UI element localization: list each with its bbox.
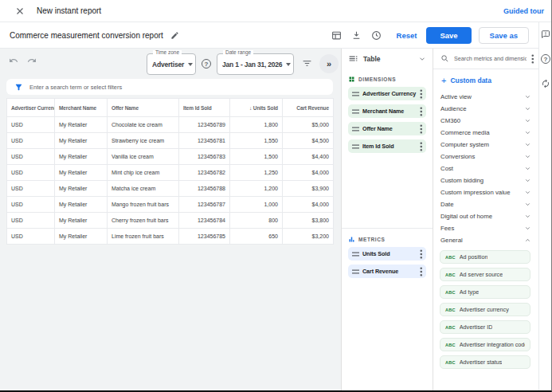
redo-icon[interactable] <box>26 56 37 65</box>
dimension-chip[interactable]: Offer Name <box>348 122 426 135</box>
category-row-general[interactable]: General <box>433 234 538 246</box>
save-button[interactable]: Save <box>426 27 471 44</box>
more-vertical-icon[interactable] <box>420 249 423 259</box>
category-row-conversions[interactable]: Conversions <box>433 151 538 163</box>
more-vertical-icon[interactable] <box>531 54 534 64</box>
category-row-fees[interactable]: Fees <box>433 222 538 234</box>
column-header[interactable]: ↓ Units Sold <box>230 99 283 117</box>
drag-handle-icon[interactable] <box>352 109 359 114</box>
table-row[interactable]: USDMy RetailerMatcha ice cream1234567881… <box>7 181 334 197</box>
date-range-select[interactable]: Date range Jan 1 - Jan 31, 2026 <box>217 53 294 75</box>
search-input[interactable] <box>454 55 527 62</box>
table-row[interactable]: USDMy RetailerMint chip ice cream1234567… <box>7 165 334 181</box>
chip-label: Units Sold <box>362 250 417 257</box>
download-icon[interactable] <box>348 26 366 44</box>
table-row[interactable]: USDMy RetailerLime frozen fruit bars1234… <box>7 229 334 245</box>
undo-icon[interactable] <box>8 56 19 65</box>
reset-button[interactable]: Reset <box>397 31 417 40</box>
chart-type-selector[interactable]: Table <box>342 49 433 69</box>
time-zone-select[interactable]: Time zone Advertiser <box>147 53 196 75</box>
category-row-audience[interactable]: Audience <box>433 103 538 115</box>
category-row-custom-impression-value[interactable]: Custom impression value <box>433 186 538 198</box>
field-chip[interactable]: ABCAd type <box>440 285 530 299</box>
data-type-abc-label: ABC <box>445 308 456 312</box>
field-chip[interactable]: ABCAdvertiser status <box>440 355 530 369</box>
column-header[interactable]: Cart Revenue <box>283 99 334 117</box>
more-vertical-icon[interactable] <box>420 124 423 134</box>
field-chip[interactable]: ABCAd server source <box>440 268 530 281</box>
dimension-chip[interactable]: Advertiser Currency <box>348 87 426 100</box>
table-cell: USD <box>7 213 55 229</box>
category-label: General <box>440 237 463 244</box>
drag-handle-icon[interactable] <box>352 269 359 274</box>
metric-chip[interactable]: Cart Revenue <box>348 265 426 278</box>
category-row-active-view[interactable]: Active view <box>433 91 538 103</box>
table-row[interactable]: USDMy RetailerChocolate ice cream1234567… <box>7 117 334 133</box>
column-header[interactable]: Offer Name <box>108 99 179 117</box>
more-vertical-icon[interactable] <box>420 107 423 116</box>
schedule-clock-icon[interactable] <box>368 26 386 44</box>
table-row[interactable]: USDMy RetailerVanilla ice cream123456783… <box>7 149 334 165</box>
save-as-button[interactable]: Save as <box>479 27 529 44</box>
table-cell: 123456785 <box>179 229 230 245</box>
field-label: Advertiser integration code <box>460 341 525 348</box>
filter-funnel-icon <box>14 83 23 92</box>
table-cell: My Retailer <box>55 213 108 229</box>
category-row-digital-out-of-home[interactable]: Digital out of home <box>433 210 538 222</box>
category-label: Conversions <box>440 153 475 160</box>
field-chip[interactable]: ABCAdvertiser currency <box>440 303 530 316</box>
category-row-commerce-media[interactable]: Commerce media <box>433 127 538 139</box>
more-vertical-icon[interactable] <box>420 267 423 276</box>
drag-handle-icon[interactable] <box>352 144 359 149</box>
page-title: New instant report <box>37 6 101 15</box>
metrics-icon <box>348 236 355 243</box>
category-row-custom-bidding[interactable]: Custom bidding <box>433 174 538 186</box>
chevron-down-icon <box>524 129 531 136</box>
more-vertical-icon[interactable] <box>420 142 423 151</box>
column-header[interactable]: Merchant Name <box>55 99 108 117</box>
dimension-chip[interactable]: Merchant Name <box>348 104 426 118</box>
filter-search-input[interactable] <box>29 84 325 91</box>
collapse-panel-button[interactable]: » <box>319 54 339 73</box>
table-cell: 1,500 <box>230 149 283 165</box>
category-row-date[interactable]: Date <box>433 198 538 210</box>
table-export-icon[interactable] <box>328 26 346 44</box>
table-cell: $4,400 <box>283 149 334 165</box>
guided-tour-link[interactable]: Guided tour <box>503 7 544 15</box>
category-row-cost[interactable]: Cost <box>433 163 538 174</box>
category-row-cm360[interactable]: CM360 <box>433 115 538 127</box>
field-chip[interactable]: ABCAdvertiser integration code <box>440 338 530 351</box>
table-row[interactable]: USDMy RetailerCherry frozen fruit bars12… <box>7 213 334 229</box>
drag-handle-icon[interactable] <box>352 92 359 96</box>
field-chip[interactable]: ABCAdvertiser ID <box>440 320 530 334</box>
drag-handle-icon[interactable] <box>352 252 359 257</box>
chevron-down-icon <box>524 141 531 148</box>
table-cell: USD <box>7 133 55 149</box>
table-row[interactable]: USDMy RetailerStrawberry ice cream123456… <box>7 133 334 149</box>
category-row-computer-system[interactable]: Computer system <box>433 139 538 151</box>
data-type-abc-label: ABC <box>445 255 456 260</box>
column-header[interactable]: Advertiser Currency <box>7 99 55 117</box>
time-zone-help-icon[interactable]: ? <box>202 59 211 69</box>
drag-handle-icon[interactable] <box>352 127 359 131</box>
sync-icon[interactable] <box>541 79 550 88</box>
field-label: Ad position <box>460 253 488 261</box>
filter-list-icon[interactable] <box>302 58 312 69</box>
help-icon[interactable]: ? <box>541 54 550 64</box>
edit-pencil-icon[interactable] <box>170 31 179 40</box>
table-row[interactable]: USDMy RetailerMango frozen fruit bars123… <box>7 197 334 213</box>
metric-chip[interactable]: Units Sold <box>348 247 426 261</box>
add-custom-data-button[interactable]: + Custom data <box>433 69 538 89</box>
more-vertical-icon[interactable] <box>420 89 423 99</box>
field-label: Ad server source <box>460 271 503 278</box>
table-cell: 1,200 <box>230 181 283 197</box>
field-chip[interactable]: ABCAd position <box>440 250 530 264</box>
feedback-icon[interactable] <box>541 29 550 39</box>
date-range-label: Date range <box>223 50 253 56</box>
chip-label: Offer Name <box>362 125 417 132</box>
table-cell: 123456783 <box>179 149 230 165</box>
metrics-section-label: METRICS <box>342 229 433 247</box>
close-icon[interactable] <box>14 6 25 17</box>
column-header[interactable]: Item Id Sold <box>179 99 230 117</box>
dimension-chip[interactable]: Item Id Sold <box>348 139 426 153</box>
